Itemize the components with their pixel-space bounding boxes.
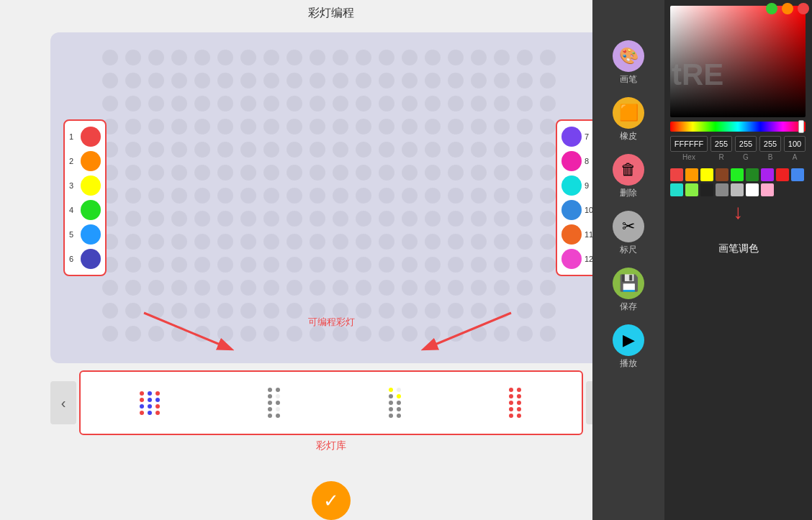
led-dot[interactable]: [287, 165, 302, 181]
led-dot[interactable]: [194, 142, 210, 158]
led-dot[interactable]: [194, 96, 210, 111]
hue-slider[interactable]: [670, 122, 806, 132]
led-dot[interactable]: [471, 96, 487, 111]
led-dot[interactable]: [517, 165, 533, 181]
led-dot[interactable]: [494, 96, 510, 111]
led-dot[interactable]: [540, 234, 556, 250]
led-dot[interactable]: [148, 50, 164, 65]
led-dot[interactable]: [310, 188, 325, 204]
color-swatch[interactable]: [761, 183, 774, 196]
led-dot[interactable]: [310, 211, 325, 227]
led-dot[interactable]: [287, 280, 302, 296]
led-dot[interactable]: [448, 234, 464, 250]
led-dot[interactable]: [125, 73, 141, 88]
color-swatch[interactable]: [561, 200, 582, 220]
led-dot[interactable]: [471, 188, 487, 204]
led-dot[interactable]: [333, 165, 348, 181]
minimize-button[interactable]: [766, 3, 777, 14]
led-dot[interactable]: [194, 280, 210, 296]
led-dot[interactable]: [194, 165, 210, 181]
color-swatch[interactable]: [716, 183, 728, 196]
led-dot[interactable]: [263, 142, 279, 158]
led-dot[interactable]: [425, 326, 441, 342]
led-dot[interactable]: [333, 73, 348, 88]
led-dot[interactable]: [310, 96, 325, 111]
led-dot[interactable]: [540, 50, 556, 65]
led-dot[interactable]: [217, 211, 233, 227]
led-dot[interactable]: [471, 119, 487, 134]
led-dot[interactable]: [333, 188, 348, 204]
led-dot[interactable]: [217, 119, 233, 134]
color-swatch[interactable]: [81, 200, 101, 220]
led-dot[interactable]: [310, 73, 325, 88]
tool-save[interactable]: 💾保存: [597, 263, 660, 317]
prev-button[interactable]: ‹: [50, 381, 76, 424]
led-dot[interactable]: [425, 119, 441, 134]
led-dot[interactable]: [287, 303, 302, 319]
color-swatch[interactable]: [746, 168, 759, 181]
led-dot[interactable]: [333, 142, 348, 158]
led-dot[interactable]: [448, 280, 464, 296]
carousel-item[interactable]: [509, 388, 523, 418]
led-dot[interactable]: [448, 50, 464, 65]
led-dot[interactable]: [356, 280, 371, 296]
led-dot[interactable]: [287, 234, 302, 250]
led-dot[interactable]: [171, 119, 187, 134]
led-dot[interactable]: [448, 142, 464, 158]
led-dot[interactable]: [402, 188, 418, 204]
led-dot[interactable]: [448, 257, 464, 273]
led-dot[interactable]: [310, 50, 325, 65]
led-dot[interactable]: [494, 165, 510, 181]
led-dot[interactable]: [263, 119, 279, 134]
led-dot[interactable]: [333, 257, 348, 273]
led-dot[interactable]: [171, 165, 187, 181]
led-dot[interactable]: [402, 303, 418, 319]
led-dot[interactable]: [263, 50, 279, 65]
led-dot[interactable]: [240, 188, 256, 204]
led-dot[interactable]: [148, 142, 164, 158]
led-dot[interactable]: [448, 211, 464, 227]
led-dot[interactable]: [102, 280, 118, 296]
led-dot[interactable]: [494, 188, 510, 204]
led-dot[interactable]: [494, 326, 510, 342]
led-dot[interactable]: [148, 188, 164, 204]
carousel-item[interactable]: [140, 391, 161, 415]
led-dot[interactable]: [425, 188, 441, 204]
led-dot[interactable]: [125, 257, 141, 273]
led-dot[interactable]: [448, 326, 464, 342]
led-dot[interactable]: [217, 303, 233, 319]
led-dot[interactable]: [171, 50, 187, 65]
led-dot[interactable]: [540, 188, 556, 204]
led-dot[interactable]: [517, 119, 533, 134]
color-swatch[interactable]: [81, 151, 101, 171]
led-dot[interactable]: [402, 142, 418, 158]
led-dot[interactable]: [540, 142, 556, 158]
led-dot[interactable]: [356, 257, 371, 273]
led-dot[interactable]: [379, 234, 394, 250]
led-dot[interactable]: [287, 96, 302, 111]
led-dot[interactable]: [402, 280, 418, 296]
color-swatch[interactable]: [561, 151, 582, 171]
maximize-button[interactable]: [782, 3, 793, 14]
led-dot[interactable]: [148, 211, 164, 227]
led-dot[interactable]: [217, 73, 233, 88]
led-dot[interactable]: [402, 96, 418, 111]
led-dot[interactable]: [125, 234, 141, 250]
led-dot[interactable]: [356, 96, 371, 111]
led-dot[interactable]: [287, 326, 302, 342]
led-dot[interactable]: [310, 257, 325, 273]
led-dot[interactable]: [425, 165, 441, 181]
led-dot[interactable]: [494, 211, 510, 227]
led-dot[interactable]: [540, 326, 556, 342]
led-dot[interactable]: [171, 96, 187, 111]
color-swatch[interactable]: [670, 168, 683, 181]
led-dot[interactable]: [171, 257, 187, 273]
led-dot[interactable]: [194, 50, 210, 65]
led-dot[interactable]: [402, 257, 418, 273]
led-dot[interactable]: [425, 257, 441, 273]
color-swatch[interactable]: [81, 127, 101, 147]
hex-input[interactable]: [670, 136, 708, 152]
led-dot[interactable]: [263, 234, 279, 250]
led-dot[interactable]: [240, 165, 256, 181]
color-swatch[interactable]: [685, 168, 698, 181]
